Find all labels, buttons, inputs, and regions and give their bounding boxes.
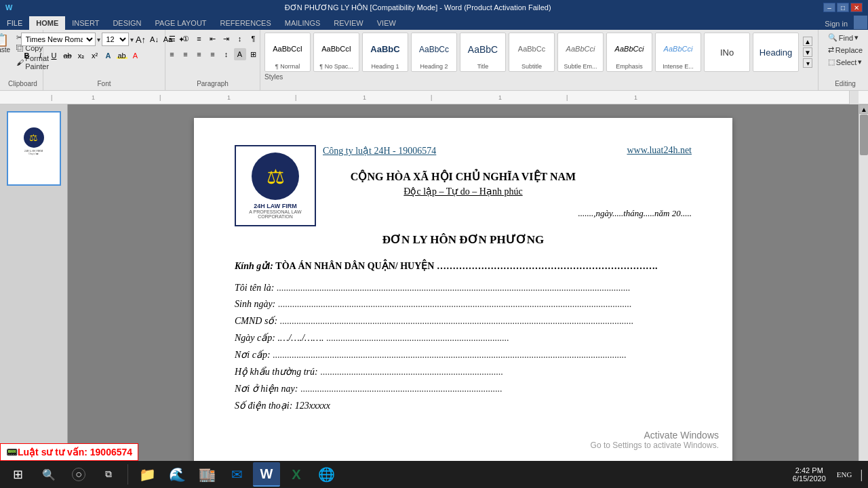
styles-scroll-down[interactable]: ▼ bbox=[803, 47, 812, 57]
page-thumbnail-1[interactable]: ⚖ 24H LAW FIRM Công ty luật bbox=[7, 111, 61, 186]
style-heading1[interactable]: AaBbC Heading 1 bbox=[362, 33, 408, 72]
find-button[interactable]: 🔍 Find ▾ bbox=[825, 33, 861, 43]
editing-group: 🔍 Find ▾ ⇄ Replace ⬚ Select ▾ Editing bbox=[818, 30, 868, 90]
style-heading1-preview: AaBbC bbox=[370, 36, 399, 63]
text-highlight-button[interactable]: ab bbox=[116, 49, 128, 62]
font-size-select[interactable]: 12 bbox=[102, 33, 129, 46]
greeting-line: Kính gửi: TÒA ÁN NHÂN DÂN QUẬN/ HUYỆN ……… bbox=[235, 260, 692, 272]
close-button[interactable]: ✕ bbox=[850, 3, 863, 12]
align-center-button[interactable]: ≡ bbox=[180, 48, 192, 60]
styles-more[interactable]: ▾ bbox=[803, 58, 812, 68]
style-ino[interactable]: INo bbox=[704, 33, 750, 72]
taskbar-search[interactable]: 🔍 bbox=[35, 462, 62, 487]
tab-references[interactable]: REFERENCES bbox=[214, 16, 278, 30]
tab-view[interactable]: VIEW bbox=[370, 16, 403, 30]
scrollbar-thumb[interactable] bbox=[860, 115, 868, 155]
tab-home[interactable]: HOME bbox=[29, 16, 65, 30]
tab-design[interactable]: DESIGN bbox=[106, 16, 148, 30]
borders-button[interactable]: ⊞ bbox=[248, 48, 260, 60]
text-effects-button[interactable]: A bbox=[102, 49, 115, 62]
scrollbar-up[interactable]: ▲ bbox=[859, 104, 868, 114]
file-explorer-icon: 📁 bbox=[139, 466, 156, 483]
strikethrough-button[interactable]: ab bbox=[62, 49, 74, 62]
style-no-space-preview: AaBbCcI bbox=[321, 36, 351, 63]
style-subtle-emp[interactable]: AaBbCci Subtle Em... bbox=[557, 33, 604, 72]
style-title-preview: AaBbC bbox=[468, 36, 498, 63]
tab-insert[interactable]: INSERT bbox=[65, 16, 106, 30]
numbering-button[interactable]: ① bbox=[180, 33, 192, 45]
increase-indent-button[interactable]: ⇥ bbox=[220, 33, 233, 45]
field-phone: Số điện thoại: 123xxxxx bbox=[235, 400, 692, 411]
word-icon: W bbox=[5, 3, 12, 12]
paste-button[interactable]: 📋 Paste bbox=[0, 33, 12, 55]
show-formatting-button[interactable]: ¶ bbox=[248, 33, 260, 45]
cortana-icon: ○ bbox=[72, 468, 85, 481]
font-color-button[interactable]: A bbox=[130, 49, 142, 62]
style-no-space[interactable]: AaBbCcI ¶ No Spac... bbox=[313, 33, 359, 72]
style-emphasis-label: Emphasis bbox=[616, 63, 643, 70]
style-normal-preview: AaBbCcI bbox=[273, 36, 302, 63]
style-intense-emp[interactable]: AaBbCci Intense E... bbox=[655, 33, 701, 72]
start-button[interactable]: ⊞ bbox=[3, 462, 33, 487]
font-increase-button[interactable]: A↑ bbox=[135, 33, 147, 45]
notification-area[interactable]: ENG bbox=[834, 470, 855, 479]
style-heading-preview: Heading bbox=[760, 36, 792, 70]
font-decrease-button[interactable]: A↓ bbox=[149, 33, 161, 45]
website-link: www.luat24h.net bbox=[627, 145, 692, 156]
decrease-indent-button[interactable]: ⇤ bbox=[207, 33, 219, 45]
taskbar-chrome[interactable]: 🌐 bbox=[313, 462, 340, 487]
task-view-icon: ⧉ bbox=[105, 469, 112, 480]
excel-icon: X bbox=[292, 467, 300, 483]
line-spacing-button[interactable]: ↕ bbox=[220, 48, 233, 60]
replace-icon: ⇄ bbox=[828, 45, 834, 54]
sign-in-button[interactable]: Sign in bbox=[819, 18, 853, 30]
style-emphasis-preview: AaBbCci bbox=[615, 36, 644, 63]
align-right-button[interactable]: ≡ bbox=[193, 48, 205, 60]
tab-file[interactable]: FILE bbox=[0, 16, 29, 30]
replace-button[interactable]: ⇄ Replace bbox=[825, 45, 865, 55]
italic-button[interactable]: I bbox=[35, 49, 47, 62]
field-ngay-cap: Ngày cấp: .…/…./……. ....................… bbox=[235, 332, 692, 344]
taskbar-mail[interactable]: ✉ bbox=[223, 462, 250, 487]
edge-icon: 🌊 bbox=[169, 466, 186, 483]
taskbar-store[interactable]: 🏬 bbox=[193, 462, 220, 487]
paragraph-group: ☰ ① ≡ ⇤ ⇥ ↕ ¶ ≡ ≡ ≡ ≡ ↕ A ⊞ Paragraph bbox=[165, 30, 260, 90]
subscript-button[interactable]: x₂ bbox=[75, 49, 87, 62]
tab-review[interactable]: REVIEW bbox=[327, 16, 370, 30]
justify-button[interactable]: ≡ bbox=[207, 48, 219, 60]
style-subtitle[interactable]: AaBbCc Subtitle bbox=[509, 33, 555, 72]
taskbar-task-view[interactable]: ⧉ bbox=[95, 462, 122, 487]
vertical-scrollbar[interactable]: ▲ ▼ bbox=[859, 104, 868, 472]
field-noi-o: Nơi ở hiện nay: ........................… bbox=[235, 383, 692, 394]
minimize-button[interactable]: – bbox=[823, 3, 835, 12]
tab-mailings[interactable]: MAILINGS bbox=[278, 16, 328, 30]
style-heading2[interactable]: AaBbCc Heading 2 bbox=[411, 33, 457, 72]
bold-button[interactable]: B bbox=[21, 49, 33, 62]
doc-page: ⚖ 24H LAW FIRM A PROFESSIONAL LAW CORPOR… bbox=[194, 118, 732, 472]
select-button[interactable]: ⬚ Select ▾ bbox=[825, 57, 865, 67]
style-title[interactable]: AaBbC Title bbox=[460, 33, 506, 72]
font-size-expand-icon2: ▾ bbox=[130, 36, 134, 43]
multilevel-list-button[interactable]: ≡ bbox=[193, 33, 205, 45]
align-left-button[interactable]: ≡ bbox=[166, 48, 178, 60]
style-emphasis[interactable]: AaBbCci Emphasis bbox=[606, 33, 652, 72]
show-desktop-button[interactable]: | bbox=[857, 468, 865, 482]
taskbar-file-explorer[interactable]: 📁 bbox=[134, 462, 161, 487]
taskbar-cortana[interactable]: ○ bbox=[65, 462, 92, 487]
taskbar-excel[interactable]: X bbox=[283, 462, 310, 487]
style-heading[interactable]: Heading bbox=[753, 33, 799, 72]
maximize-button[interactable]: □ bbox=[837, 3, 849, 12]
main-area: ⚖ 24H LAW FIRM Công ty luật ⚖ 24H LAW FI… bbox=[0, 104, 868, 472]
shading-button[interactable]: A bbox=[234, 48, 246, 60]
taskbar-edge[interactable]: 🌊 bbox=[163, 462, 191, 487]
bullets-button[interactable]: ☰ bbox=[166, 33, 178, 45]
styles-group: AaBbCcI ¶ Normal AaBbCcI ¶ No Spac... Aa… bbox=[260, 30, 818, 90]
styles-scroll-up[interactable]: ▲ bbox=[803, 37, 812, 46]
taskbar-word[interactable]: W bbox=[253, 462, 280, 487]
sort-button[interactable]: ↕ bbox=[234, 33, 246, 45]
style-normal[interactable]: AaBbCcI ¶ Normal bbox=[264, 33, 311, 72]
font-name-select[interactable]: Times New Roman bbox=[21, 33, 96, 46]
superscript-button[interactable]: x² bbox=[89, 49, 101, 62]
tab-page-layout[interactable]: PAGE LAYOUT bbox=[149, 16, 214, 30]
underline-button[interactable]: U bbox=[48, 49, 60, 62]
